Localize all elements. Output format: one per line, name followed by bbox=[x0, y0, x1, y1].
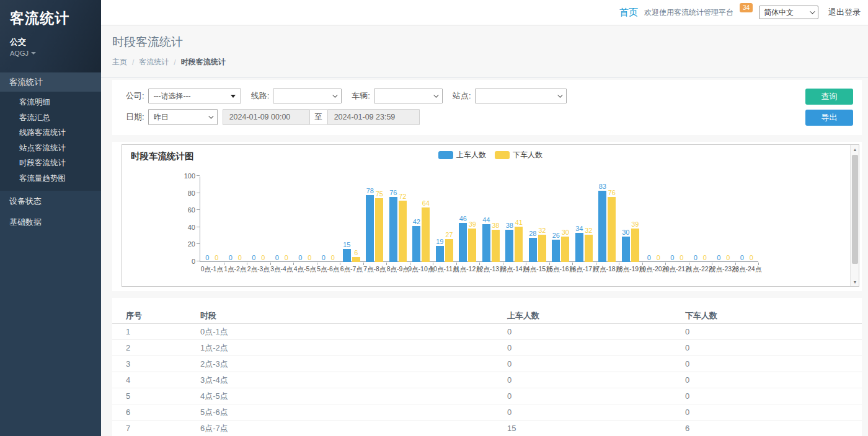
company-select-value: ---请选择--- bbox=[154, 91, 191, 102]
scroll-up-icon[interactable]: ▲ bbox=[851, 145, 859, 154]
bar-group: 000点-1点 bbox=[200, 177, 224, 262]
date-start-input[interactable] bbox=[223, 109, 310, 125]
bar[interactable] bbox=[399, 201, 407, 262]
bar[interactable] bbox=[445, 239, 453, 262]
table-cell: 0 bbox=[685, 375, 848, 385]
table-cell: 0 bbox=[685, 408, 848, 417]
station-select[interactable] bbox=[475, 89, 567, 103]
company-label: 公司: bbox=[126, 90, 144, 102]
bar[interactable] bbox=[585, 235, 593, 262]
chevron-down-icon bbox=[810, 9, 815, 14]
logout-link[interactable]: 退出登录 bbox=[828, 7, 861, 18]
bar-column: 0 bbox=[678, 254, 686, 262]
date-preset-value: 昨日 bbox=[154, 112, 169, 123]
line-select[interactable] bbox=[273, 89, 342, 103]
home-link[interactable]: 首页 bbox=[619, 7, 638, 19]
bar-group: 263015点-16点 bbox=[549, 177, 573, 262]
export-button[interactable]: 导出 bbox=[805, 110, 853, 126]
notification-badge[interactable]: 34 bbox=[740, 3, 753, 12]
bar[interactable] bbox=[505, 230, 513, 262]
chart-scrollbar[interactable]: ▲ ▼ bbox=[850, 145, 859, 286]
bar-value-label: 76 bbox=[608, 189, 616, 196]
sidebar-item-device-status[interactable]: 设备状态 bbox=[0, 191, 101, 212]
bar[interactable] bbox=[631, 229, 639, 262]
bar-column: 0 bbox=[329, 254, 337, 262]
bar-value-label: 0 bbox=[694, 254, 698, 261]
bar[interactable] bbox=[352, 257, 360, 262]
bar-group: 002点-3点 bbox=[247, 177, 270, 262]
bar-column: 30 bbox=[561, 229, 569, 262]
bar-group: 463911点-12点 bbox=[456, 177, 480, 262]
bar-column: 38 bbox=[505, 222, 513, 262]
bar[interactable] bbox=[459, 223, 467, 262]
bar[interactable] bbox=[436, 246, 444, 262]
legend-item-alighting[interactable]: 下车人数 bbox=[495, 150, 542, 160]
bar-value-label: 44 bbox=[482, 216, 490, 224]
bar[interactable] bbox=[492, 230, 500, 262]
vehicle-select[interactable] bbox=[374, 89, 443, 103]
scrollbar-thumb[interactable] bbox=[852, 155, 858, 264]
date-preset-select[interactable]: 昨日 bbox=[148, 109, 218, 125]
bar-column: 34 bbox=[575, 225, 583, 262]
x-axis-tick-label: 4点-5点 bbox=[294, 265, 316, 274]
bar-value-label: 0 bbox=[331, 254, 335, 261]
bar[interactable] bbox=[561, 237, 569, 262]
scroll-down-icon[interactable]: ▼ bbox=[851, 277, 859, 286]
sidebar-subitem[interactable]: 客流汇总 bbox=[0, 110, 101, 126]
bar[interactable] bbox=[389, 197, 397, 262]
bar-column: 78 bbox=[366, 187, 374, 262]
bar[interactable] bbox=[375, 198, 383, 263]
bar[interactable] bbox=[608, 197, 616, 262]
sidebar-subitem[interactable]: 客流明细 bbox=[0, 95, 101, 110]
sidebar-subitem[interactable]: 客流量趋势图 bbox=[0, 171, 101, 186]
legend-item-boarding[interactable]: 上车人数 bbox=[438, 150, 486, 160]
x-axis-tick-label: 23点-24点 bbox=[732, 265, 761, 274]
table-cell: 2 bbox=[126, 343, 200, 352]
bar[interactable] bbox=[468, 229, 476, 262]
table-cell: 0 bbox=[507, 375, 685, 385]
company-select[interactable]: ---请选择--- bbox=[148, 89, 241, 103]
profile-user-menu[interactable]: AQGJ bbox=[10, 50, 91, 57]
bar-value-label: 64 bbox=[422, 199, 430, 207]
table-cell: 15 bbox=[507, 424, 685, 433]
bar[interactable] bbox=[538, 235, 546, 262]
sidebar-subitem[interactable]: 站点客流统计 bbox=[0, 141, 101, 156]
bar-value-label: 39 bbox=[631, 220, 639, 228]
bar[interactable] bbox=[343, 249, 351, 262]
breadcrumb-section[interactable]: 客流统计 bbox=[139, 57, 169, 68]
bar-value-label: 0 bbox=[205, 254, 209, 261]
date-end-input[interactable] bbox=[327, 109, 420, 125]
bar[interactable] bbox=[412, 226, 420, 262]
breadcrumb-home[interactable]: 主页 bbox=[112, 57, 127, 68]
bar-group: 0022点-23点 bbox=[712, 177, 735, 262]
bar[interactable] bbox=[482, 224, 490, 262]
table-row: 43点-4点00 bbox=[112, 372, 862, 388]
bar-value-label: 76 bbox=[389, 189, 397, 196]
bar-column: 83 bbox=[598, 183, 606, 262]
bar[interactable] bbox=[366, 195, 374, 262]
sidebar-item-label: 设备状态 bbox=[9, 196, 42, 206]
sidebar-subitem[interactable]: 线路客流统计 bbox=[0, 125, 101, 141]
bar-value-label: 38 bbox=[506, 222, 513, 229]
bar[interactable] bbox=[622, 237, 630, 262]
bar[interactable] bbox=[515, 227, 523, 262]
bar-column: 0 bbox=[738, 254, 746, 262]
breadcrumb-separator: / bbox=[132, 58, 134, 67]
bar-column: 32 bbox=[585, 227, 593, 262]
bar-value-label: 6 bbox=[354, 249, 358, 256]
bar-group: 003点-4点 bbox=[270, 177, 294, 262]
bar[interactable] bbox=[422, 207, 430, 262]
bar-value-label: 0 bbox=[229, 254, 232, 261]
bar[interactable] bbox=[598, 191, 606, 262]
bar[interactable] bbox=[529, 238, 537, 262]
y-axis-tick bbox=[197, 243, 200, 244]
sidebar-item-passenger-stats[interactable]: 客流统计 bbox=[0, 72, 101, 92]
sidebar-subitem[interactable]: 时段客流统计 bbox=[0, 155, 101, 171]
chevron-down-icon bbox=[208, 113, 213, 118]
bar[interactable] bbox=[552, 240, 560, 262]
language-select[interactable]: 简体中文 bbox=[759, 6, 818, 19]
query-button[interactable]: 查询 bbox=[805, 89, 853, 105]
sidebar-item-base-data[interactable]: 基础数据 bbox=[0, 212, 101, 233]
bar[interactable] bbox=[575, 233, 583, 262]
table-row: 54点-5点00 bbox=[112, 388, 862, 404]
